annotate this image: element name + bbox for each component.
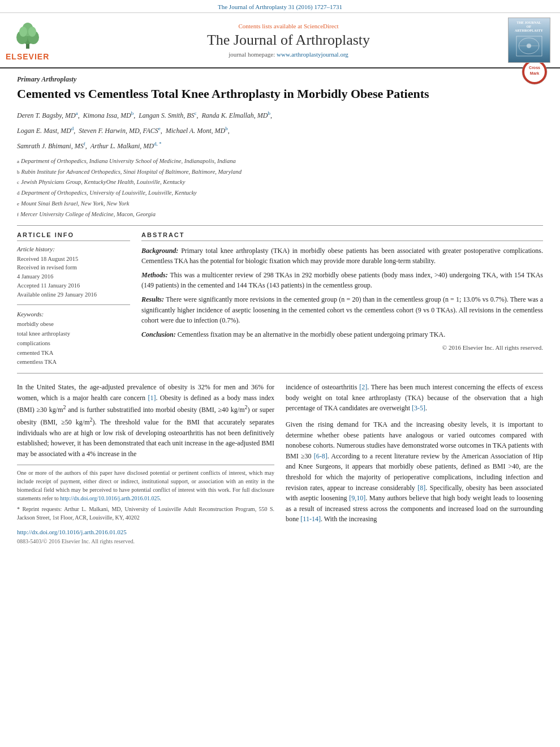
abstract-methods: Methods: This was a multicenter review o… bbox=[141, 270, 543, 291]
article-info-header: ARTICLE INFO bbox=[17, 231, 130, 241]
history-label: Article history: bbox=[17, 246, 130, 252]
history-item-3: 4 January 2016 bbox=[17, 272, 130, 281]
svg-point-10 bbox=[527, 44, 531, 48]
ref-9-10-link[interactable]: [9,10] bbox=[349, 494, 365, 502]
body-divider bbox=[17, 373, 543, 374]
journal-homepage-line: journal homepage: www.arthroplastyjourna… bbox=[229, 51, 348, 58]
affiliation-e: eMount Sinai Beth Israel, New York, New … bbox=[17, 199, 543, 209]
header-divider bbox=[17, 225, 543, 226]
sciencedirect-line: Contents lists available at ScienceDirec… bbox=[238, 23, 338, 29]
journal-cover-graphic bbox=[514, 33, 545, 59]
issn-footer-text: 0883-5403/© 2016 Elsevier Inc. All right… bbox=[17, 537, 274, 546]
keywords-label: Keywords: bbox=[17, 311, 130, 317]
abstract-results-label: Results: bbox=[141, 295, 166, 303]
article-title: Cemented vs Cementless Total Knee Arthro… bbox=[17, 86, 441, 102]
history-item-1: Received 18 August 2015 bbox=[17, 255, 130, 264]
footnote-doi-link[interactable]: http://dx.doi.org/10.1016/j.arth.2016.01… bbox=[60, 495, 160, 501]
history-item-5: Available online 29 January 2016 bbox=[17, 290, 130, 299]
footnotes-section: One or more of the authors of this paper… bbox=[17, 465, 274, 522]
ref-11-14-link[interactable]: [11-14] bbox=[300, 515, 321, 523]
svg-text:Mark: Mark bbox=[530, 71, 539, 75]
abstract-methods-text: This was a multicenter review of 298 TKA… bbox=[141, 271, 543, 290]
svg-text:Cross: Cross bbox=[529, 66, 540, 70]
doi-footer-link[interactable]: http://dx.doi.org/10.1016/j.arth.2016.01… bbox=[17, 527, 274, 537]
affiliation-a: aDepartment of Orthopedics, Indiana Univ… bbox=[17, 157, 543, 166]
svg-point-6 bbox=[28, 27, 36, 37]
abstract-results-text: There were significantly more revisions … bbox=[141, 295, 543, 324]
body-column-right: incidence of osteoarthritis [2]. There h… bbox=[286, 382, 543, 546]
abstract-conclusion-label: Conclusion: bbox=[141, 330, 178, 338]
authors-line-2: Logan E. Mast, MDd, Steven F. Harwin, MD… bbox=[17, 124, 543, 136]
body-para-1: In the United States, the age-adjusted p… bbox=[17, 382, 274, 459]
copyright-line: © 2016 Elsevier Inc. All rights reserved… bbox=[141, 344, 543, 351]
elsevier-logo-section: ELSEVIER bbox=[6, 18, 74, 63]
abstract-methods-label: Methods: bbox=[141, 271, 170, 279]
ref-2-link[interactable]: [2] bbox=[359, 383, 367, 391]
ref-6-8-link[interactable]: [6-8] bbox=[314, 452, 328, 460]
affiliation-c: cJewish Physicians Group, KentuckyOne He… bbox=[17, 178, 543, 187]
journal-citation: The Journal of Arthroplasty 31 (2016) 17… bbox=[218, 3, 342, 10]
abstract-header: ABSTRACT bbox=[141, 231, 543, 241]
journal-thumbnail-section: THE JOURNALOFARTHROPLASTY bbox=[503, 18, 554, 63]
ref-8-link[interactable]: [8] bbox=[417, 484, 425, 492]
article-body: Primary Arthroplasty Cemented vs Cementl… bbox=[0, 68, 560, 552]
abstract-conclusion: Conclusion: Cementless fixation may be a… bbox=[141, 329, 543, 340]
ref-1-link[interactable]: [1] bbox=[148, 394, 156, 402]
footer-section: http://dx.doi.org/10.1016/j.arth.2016.01… bbox=[17, 527, 274, 546]
abstract-column: ABSTRACT Background: Primary total knee … bbox=[141, 231, 543, 368]
body-para-2: incidence of osteoarthritis [2]. There h… bbox=[286, 382, 543, 414]
journal-thumbnail: THE JOURNALOFARTHROPLASTY bbox=[508, 18, 550, 63]
body-text-section: In the United States, the age-adjusted p… bbox=[17, 382, 543, 552]
keyword-3: complications bbox=[17, 339, 130, 349]
ref-3-5-link[interactable]: [3-5] bbox=[412, 404, 425, 412]
elsevier-logo: ELSEVIER bbox=[6, 19, 49, 61]
abstract-background-label: Background: bbox=[141, 247, 181, 255]
affiliation-f: fMercer University College of Medicine, … bbox=[17, 210, 543, 220]
authors-line-3: Samrath J. Bhimani, MSf, Arthur L. Malka… bbox=[17, 140, 543, 152]
info-abstract-section: ARTICLE INFO Article history: Received 1… bbox=[17, 231, 543, 368]
keyword-1: morbidly obese bbox=[17, 320, 130, 329]
abstract-background-text: Primary total knee arthroplasty (TKA) in… bbox=[141, 247, 543, 265]
abstract-conclusion-text: Cementless fixation may be an alternativ… bbox=[178, 330, 445, 338]
body-para-3: Given the rising demand for TKA and the … bbox=[286, 419, 543, 525]
authors-line-1: Deren T. Bagsby, MDa, Kimona Issa, MDb, … bbox=[17, 109, 543, 121]
journal-name: The Journal of Arthroplasty bbox=[207, 32, 370, 49]
article-info-column: ARTICLE INFO Article history: Received 1… bbox=[17, 231, 130, 368]
journal-homepage-link[interactable]: www.arthroplastyjournal.org bbox=[277, 51, 348, 58]
affiliation-b: bRubin Institute for Advanced Orthopedic… bbox=[17, 168, 543, 177]
article-section-label: Primary Arthroplasty bbox=[17, 75, 543, 84]
history-item-2: Received in revised form bbox=[17, 263, 130, 272]
footnote-2: * Reprint requests: Arthur L. Malkani, M… bbox=[17, 505, 274, 522]
affiliation-d: dDepartment of Orthopedics, University o… bbox=[17, 188, 543, 198]
history-item-4: Accepted 11 January 2016 bbox=[17, 281, 130, 290]
keyword-4: cemented TKA bbox=[17, 349, 130, 358]
elsevier-wordmark: ELSEVIER bbox=[6, 52, 49, 61]
svg-point-5 bbox=[19, 27, 27, 37]
info-inner-divider bbox=[17, 304, 130, 305]
affiliations-section: aDepartment of Orthopedics, Indiana Univ… bbox=[17, 157, 543, 220]
keyword-2: total knee arthroplasty bbox=[17, 329, 130, 339]
abstract-results: Results: There were significantly more r… bbox=[141, 294, 543, 326]
sciencedirect-link-text[interactable]: ScienceDirect bbox=[304, 23, 339, 29]
elsevier-tree-icon bbox=[11, 19, 45, 50]
journal-citation-bar: The Journal of Arthroplasty 31 (2016) 17… bbox=[0, 0, 560, 13]
journal-title-section: Contents lists available at ScienceDirec… bbox=[74, 18, 503, 63]
footnote-1: One or more of the authors of this paper… bbox=[17, 469, 274, 503]
body-column-left: In the United States, the age-adjusted p… bbox=[17, 382, 274, 546]
journal-header: ELSEVIER Contents lists available at Sci… bbox=[0, 13, 560, 68]
keyword-5: cementless TKA bbox=[17, 358, 130, 367]
abstract-background: Background: Primary total knee arthropla… bbox=[141, 246, 543, 267]
